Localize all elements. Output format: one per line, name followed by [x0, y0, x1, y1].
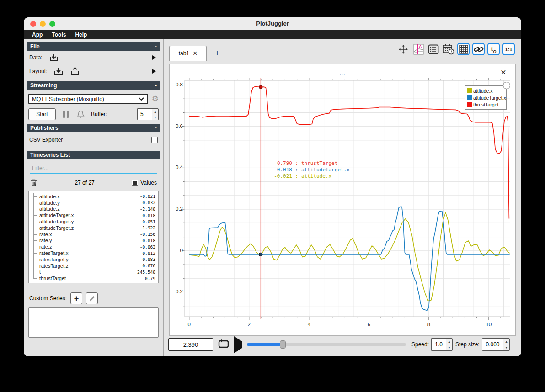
timeseries-item[interactable]: rate.y 0.018: [31, 238, 155, 244]
timeseries-name[interactable]: attitude.x: [38, 194, 60, 199]
minimize-window-button[interactable]: [40, 21, 46, 27]
buffer-spinbox[interactable]: 5 ▲▼: [137, 108, 159, 120]
maximize-window-button[interactable]: [49, 21, 55, 27]
collapse-icon[interactable]: -: [155, 43, 157, 50]
timeseries-item[interactable]: ratesTarget.x 0.012: [31, 250, 155, 256]
slider-handle[interactable]: [280, 340, 286, 349]
section-header-file[interactable]: File -: [27, 42, 160, 51]
tab-tab1[interactable]: tab1 ×: [169, 46, 207, 61]
timeseries-item[interactable]: thrustTarget 0.79: [31, 275, 155, 281]
link-axes-icon[interactable]: [472, 43, 485, 55]
tracker-style-icon[interactable]: A: [412, 43, 424, 55]
pan-zoom-icon[interactable]: [397, 43, 409, 55]
add-custom-series-button[interactable]: +: [70, 292, 82, 304]
trash-icon[interactable]: [30, 179, 37, 187]
step-size-spinbox[interactable]: 0.000 ▲▼: [482, 338, 510, 351]
timeseries-name[interactable]: attitudeTarget.z: [38, 225, 74, 231]
timeseries-item[interactable]: ratesTarget.y -0.083: [31, 256, 155, 263]
timeseries-item[interactable]: rate.x -0.156: [31, 231, 155, 238]
buffer-value[interactable]: 5: [137, 108, 152, 120]
spin-down-icon[interactable]: ▼: [152, 114, 158, 120]
section-header-streaming[interactable]: Streaming -: [27, 81, 160, 90]
timeseries-name[interactable]: ratesTarget.x: [38, 250, 69, 256]
add-tab-button[interactable]: +: [211, 48, 223, 58]
timeseries-item[interactable]: rate.z -0.063: [31, 244, 155, 250]
streaming-source-select[interactable]: MQTT Subscriber (Mosquitto): [28, 94, 148, 104]
load-layout-icon[interactable]: [53, 67, 64, 76]
edit-custom-series-button[interactable]: [86, 292, 98, 304]
timeseries-item[interactable]: attitudeTarget.y -0.051: [31, 218, 155, 225]
custom-series-list[interactable]: [28, 307, 159, 338]
section-header-timeseries[interactable]: Timeseries List: [27, 151, 160, 159]
timeseries-item[interactable]: attitudeTarget.x -0.018: [31, 212, 155, 218]
grid-layout-icon[interactable]: [457, 43, 470, 55]
timeseries-item[interactable]: attitude.z -2.148: [31, 206, 155, 212]
speed-value[interactable]: 1.0: [431, 338, 446, 351]
menu-item[interactable]: Tools: [48, 32, 69, 38]
save-layout-icon[interactable]: [70, 67, 80, 76]
values-checkbox[interactable]: [132, 180, 138, 186]
legend-entry[interactable]: attitudeTarget.x: [467, 94, 504, 101]
timeseries-list[interactable]: attitude.x -0.021 attitude.y -0.032 atti…: [28, 191, 159, 283]
timeseries-name[interactable]: attitude.z: [38, 206, 60, 212]
expand-arrow-icon[interactable]: [152, 55, 156, 60]
timeseries-name[interactable]: rate.z: [38, 244, 52, 249]
series-count: 27 of 27: [37, 180, 132, 186]
speed-spinbox[interactable]: 1.0 ▲▼: [431, 338, 453, 351]
section-header-publishers[interactable]: Publishers -: [27, 124, 160, 132]
bell-icon[interactable]: [77, 110, 85, 118]
menu-item[interactable]: Help: [71, 32, 91, 38]
time-offset-icon[interactable]: tO: [487, 43, 500, 55]
timeseries-name[interactable]: attitudeTarget.y: [38, 219, 74, 224]
tracker-readout-line: 0.790 : thrustTarget: [271, 160, 350, 167]
expand-arrow-icon[interactable]: [152, 69, 156, 74]
time-field[interactable]: 2.390: [168, 338, 213, 351]
spin-down-icon[interactable]: ▼: [446, 344, 452, 350]
timeseries-item[interactable]: attitude.y -0.032: [31, 200, 155, 206]
start-button[interactable]: Start: [28, 108, 56, 120]
legend-handle-icon[interactable]: [503, 82, 510, 89]
timeseries-name[interactable]: ratesTarget.z: [38, 263, 69, 269]
menu-item[interactable]: App: [28, 32, 46, 38]
csv-exporter-checkbox[interactable]: [151, 137, 158, 143]
spin-down-icon[interactable]: ▼: [503, 344, 509, 350]
timeseries-item[interactable]: attitudeTarget.z -1.922: [31, 225, 155, 231]
close-plot-icon[interactable]: ×: [501, 67, 506, 77]
legend-entry[interactable]: attitude.x: [467, 87, 504, 94]
timeseries-item[interactable]: t 245.548: [31, 269, 155, 275]
collapse-icon[interactable]: -: [155, 82, 157, 89]
pause-icon[interactable]: [63, 111, 69, 118]
tree-branch: [31, 231, 38, 238]
plot-legend[interactable]: attitude.x attitudeTarget.x thrustTarget: [465, 85, 507, 110]
timeseries-name[interactable]: t: [38, 269, 41, 275]
timeseries-name[interactable]: rate.x: [38, 232, 52, 237]
timeseries-name[interactable]: thrustTarget: [38, 275, 66, 281]
close-window-button[interactable]: [30, 21, 36, 27]
timeseries-name[interactable]: ratesTarget.y: [38, 257, 69, 262]
legend-entry[interactable]: thrustTarget: [467, 101, 504, 108]
plot-list-icon[interactable]: [427, 43, 439, 55]
tree-branch: [31, 200, 38, 206]
play-button[interactable]: [232, 339, 243, 350]
filter-input[interactable]: [30, 164, 157, 174]
plot-title[interactable]: ...: [170, 70, 515, 77]
timeseries-name[interactable]: attitudeTarget.x: [38, 212, 74, 218]
plot-widget[interactable]: ... × 0.80.60.40.20-0.2 0246810 attitude…: [169, 64, 516, 336]
timeline-slider[interactable]: [247, 343, 406, 346]
spin-up-icon[interactable]: ▲: [446, 339, 452, 344]
ratio-1-1-icon[interactable]: 1:1: [502, 43, 515, 55]
timeseries-name[interactable]: attitude.y: [38, 200, 60, 206]
load-data-icon[interactable]: [49, 53, 59, 62]
gear-icon[interactable]: ⚙: [152, 95, 159, 103]
loop-icon[interactable]: [218, 339, 230, 350]
timeseries-item[interactable]: attitude.x -0.021: [31, 193, 155, 200]
close-tab-icon[interactable]: ×: [193, 50, 197, 57]
step-size-value[interactable]: 0.000: [482, 338, 503, 351]
datetime-icon[interactable]: [442, 43, 454, 55]
collapse-icon[interactable]: -: [155, 125, 157, 131]
timeseries-item[interactable]: ratesTarget.z 0.676: [31, 263, 155, 269]
spin-up-icon[interactable]: ▲: [503, 339, 509, 344]
spin-up-icon[interactable]: ▲: [152, 109, 158, 114]
timeseries-name[interactable]: rate.y: [38, 238, 52, 243]
plot-canvas[interactable]: [181, 77, 510, 320]
